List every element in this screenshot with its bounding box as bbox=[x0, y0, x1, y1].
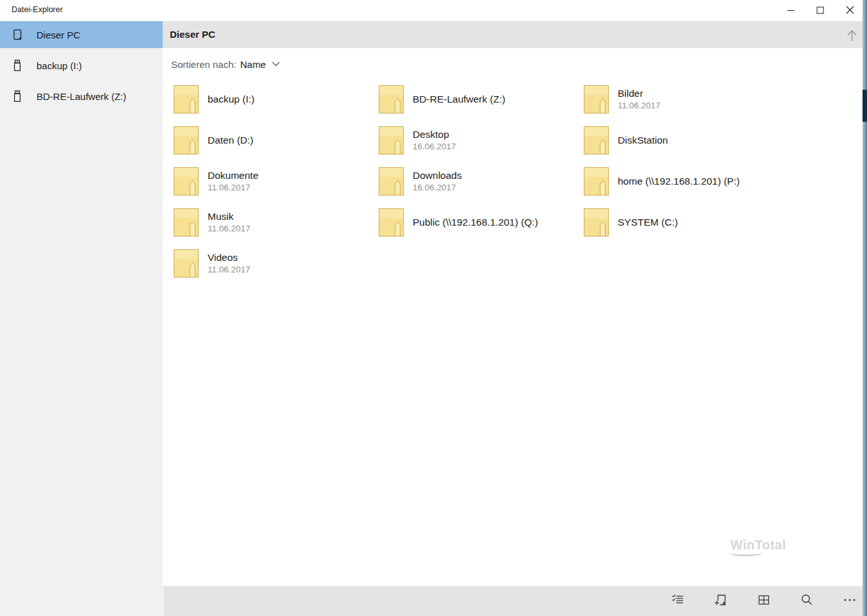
close-button[interactable] bbox=[835, 0, 864, 21]
folder-label: backup (I:) bbox=[208, 85, 254, 113]
folder-icon bbox=[584, 126, 609, 154]
folder-name: Bilder bbox=[618, 87, 661, 100]
folder-item[interactable]: Musik11.06.2017 bbox=[174, 208, 379, 249]
sidebar-item-label: Dieser PC bbox=[37, 29, 80, 40]
folder-name: BD-RE-Laufwerk (Z:) bbox=[413, 93, 506, 106]
folder-date: 11.06.2017 bbox=[618, 100, 661, 112]
folder-name: Public (\\192.168.1.201) (Q:) bbox=[413, 216, 538, 229]
folder-item[interactable]: Dokumente11.06.2017 bbox=[174, 167, 379, 208]
folder-name: Videos bbox=[208, 251, 251, 264]
chevron-down-icon bbox=[272, 62, 280, 67]
sidebar-item-label: BD-RE-Laufwerk (Z:) bbox=[37, 91, 126, 102]
folder-label: Daten (D:) bbox=[208, 126, 254, 154]
folder-label: BD-RE-Laufwerk (Z:) bbox=[413, 85, 506, 113]
folder-icon bbox=[379, 85, 404, 113]
grid-view-button[interactable] bbox=[757, 595, 770, 608]
new-folder-button[interactable] bbox=[714, 595, 727, 608]
folder-label: Public (\\192.168.1.201) (Q:) bbox=[413, 208, 538, 237]
sidebar-item-label: backup (I:) bbox=[37, 60, 82, 71]
background-window-edge-dark bbox=[863, 90, 867, 122]
folder-icon bbox=[379, 208, 404, 237]
folder-item[interactable]: home (\\192.168.1.201) (P:) bbox=[584, 167, 789, 208]
sidebar-item-dieser-pc[interactable]: Dieser PC bbox=[0, 21, 163, 48]
minimize-button[interactable] bbox=[776, 0, 805, 21]
folder-date: 16.06.2017 bbox=[413, 182, 462, 194]
navigate-up-button[interactable] bbox=[845, 28, 859, 42]
folder-label: Videos11.06.2017 bbox=[208, 249, 251, 278]
sidebar: Dieser PCbackup (I:)BD-RE-Laufwerk (Z:) bbox=[0, 21, 163, 616]
folder-label: Musik11.06.2017 bbox=[208, 208, 251, 237]
folder-item[interactable]: Desktop16.06.2017 bbox=[379, 126, 584, 167]
folder-icon bbox=[584, 208, 609, 237]
folder-name: Musik bbox=[208, 210, 251, 223]
folder-label: Dokumente11.06.2017 bbox=[208, 167, 258, 196]
search-button[interactable] bbox=[800, 595, 813, 608]
folder-date: 16.06.2017 bbox=[413, 141, 456, 153]
pc-icon bbox=[11, 28, 24, 41]
app-title: Datei-Explorer bbox=[12, 0, 63, 21]
folder-item[interactable]: Downloads16.06.2017 bbox=[379, 167, 584, 208]
folder-item[interactable]: DiskStation bbox=[584, 126, 789, 167]
minimize-icon bbox=[787, 5, 795, 17]
usb-drive-icon bbox=[11, 59, 24, 72]
folder-item[interactable]: Bilder11.06.2017 bbox=[584, 85, 789, 126]
new-folder-icon bbox=[714, 593, 728, 610]
folder-item[interactable]: Videos11.06.2017 bbox=[174, 249, 379, 290]
multi-select-icon bbox=[672, 594, 684, 609]
folder-date: 11.06.2017 bbox=[208, 223, 251, 235]
folder-name: Dokumente bbox=[208, 169, 258, 182]
folder-date: 11.06.2017 bbox=[208, 264, 251, 276]
folder-icon bbox=[584, 85, 609, 113]
folder-item[interactable]: BD-RE-Laufwerk (Z:) bbox=[379, 85, 584, 126]
bottom-toolbar bbox=[163, 586, 867, 616]
multi-select-button[interactable] bbox=[672, 595, 684, 608]
folder-label: Desktop16.06.2017 bbox=[413, 126, 456, 154]
main-pane: Dieser PC Sortieren nach: Name backup (I… bbox=[163, 21, 867, 616]
folder-icon bbox=[174, 167, 199, 196]
maximize-button[interactable] bbox=[805, 0, 835, 21]
folder-name: Desktop bbox=[413, 128, 456, 141]
folder-icon bbox=[174, 85, 199, 113]
watermark-swoosh bbox=[729, 549, 763, 556]
folder-label: Bilder11.06.2017 bbox=[618, 85, 661, 113]
folder-name: SYSTEM (C:) bbox=[618, 216, 678, 229]
folder-label: Downloads16.06.2017 bbox=[413, 167, 462, 196]
sort-dropdown[interactable]: Sortieren nach: Name bbox=[171, 57, 280, 71]
maximize-icon bbox=[816, 5, 824, 17]
folder-icon bbox=[174, 126, 199, 154]
title-bar: Datei-Explorer bbox=[0, 0, 867, 21]
file-explorer-window: Datei-Explorer Dieser PCbackup (I:)BD-RE… bbox=[0, 0, 867, 616]
usb-drive-icon bbox=[11, 90, 24, 103]
folder-icon bbox=[174, 249, 199, 278]
sidebar-item-backup-i[interactable]: backup (I:) bbox=[0, 52, 163, 79]
folder-item[interactable]: Daten (D:) bbox=[174, 126, 379, 167]
folder-name: Daten (D:) bbox=[208, 134, 254, 147]
more-icon bbox=[843, 594, 856, 609]
folder-name: home (\\192.168.1.201) (P:) bbox=[618, 175, 739, 188]
folder-name: Downloads bbox=[413, 169, 462, 182]
folder-label: DiskStation bbox=[618, 126, 668, 154]
folder-grid: backup (I:)BD-RE-Laufwerk (Z:)Bilder11.0… bbox=[174, 85, 789, 290]
page-title: Dieser PC bbox=[170, 21, 215, 48]
folder-item[interactable]: backup (I:) bbox=[174, 85, 379, 126]
folder-name: backup (I:) bbox=[208, 93, 254, 106]
folder-label: SYSTEM (C:) bbox=[618, 208, 678, 237]
folder-icon bbox=[379, 167, 404, 196]
folder-icon bbox=[584, 167, 609, 196]
background-window-edge bbox=[863, 0, 867, 616]
sidebar-item-bd-re-laufwerk-z[interactable]: BD-RE-Laufwerk (Z:) bbox=[0, 83, 163, 110]
grid-view-icon bbox=[757, 594, 770, 609]
main-header: Dieser PC bbox=[163, 21, 867, 48]
folder-item[interactable]: Public (\\192.168.1.201) (Q:) bbox=[379, 208, 584, 249]
window-controls bbox=[776, 0, 864, 21]
close-icon bbox=[846, 5, 854, 17]
folder-date: 11.06.2017 bbox=[208, 182, 258, 194]
folder-icon bbox=[174, 208, 199, 237]
watermark: WinTotal bbox=[731, 538, 801, 563]
more-button[interactable] bbox=[843, 595, 856, 608]
folder-name: DiskStation bbox=[618, 134, 668, 147]
folder-item[interactable]: SYSTEM (C:) bbox=[584, 208, 789, 249]
sort-value: Name bbox=[240, 59, 266, 70]
sort-label: Sortieren nach: bbox=[171, 59, 236, 70]
folder-icon bbox=[379, 126, 404, 154]
